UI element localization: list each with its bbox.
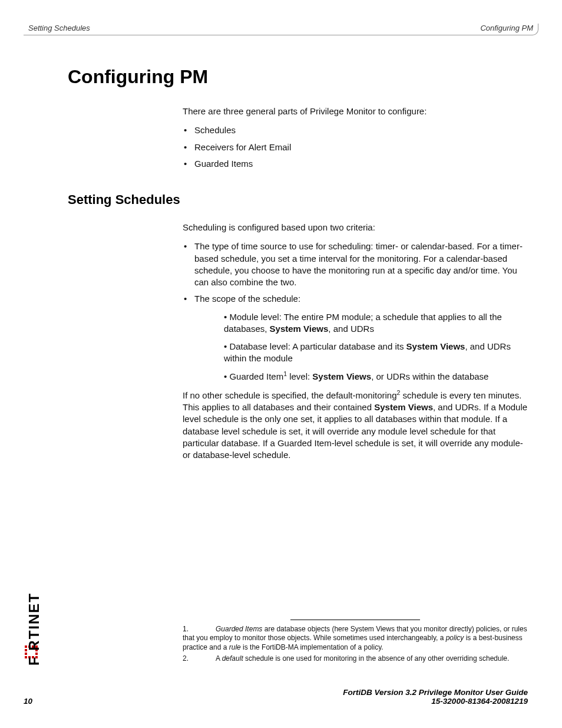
bullet-receivers: Receivers for Alert Email: [183, 141, 528, 153]
running-header: Setting Schedules Configuring PM: [24, 24, 538, 35]
t: If no other schedule is specified, the d…: [183, 390, 397, 400]
header-left: Setting Schedules: [28, 24, 90, 32]
footer-title: FortiDB Version 3.2 Privilege Monitor Us…: [343, 688, 528, 697]
t: default: [222, 654, 243, 663]
fn-num: 2.: [183, 654, 216, 664]
t: System Views: [312, 371, 371, 381]
t: System Views: [270, 324, 329, 334]
scope-module: • Module level: The entire PM module; a …: [224, 311, 528, 335]
page-number: 10: [24, 697, 32, 706]
t: Guarded Items: [216, 625, 262, 633]
logo-text: F RTINET: [26, 592, 42, 666]
t: policy: [446, 634, 464, 642]
intro-block: There are three general parts of Privile…: [183, 106, 528, 170]
t: is the FortiDB-MA implementation of a po…: [241, 643, 384, 651]
scope-sublist: • Module level: The entire PM module; a …: [224, 311, 528, 383]
bullet-guarded: Guarded Items: [183, 158, 528, 170]
override-paragraph: If no other schedule is specified, the d…: [183, 390, 528, 462]
sched-block: Scheduling is configured based upon two …: [183, 222, 528, 461]
heading-2: Setting Schedules: [68, 192, 528, 207]
intro-bullets: Schedules Receivers for Alert Email Guar…: [183, 124, 528, 170]
heading-1: Configuring PM: [68, 66, 528, 88]
footer-docid: 15-32000-81364-20081219: [343, 697, 528, 706]
main-content: Configuring PM There are three general p…: [68, 59, 528, 468]
footnote-2: 2.A default schedule is one used for mon…: [183, 654, 528, 664]
fn-num: 1.: [183, 625, 216, 634]
t: , or UDRs within the database: [371, 371, 488, 381]
fortinet-logo: F RTINET: [24, 557, 39, 669]
page: Setting Schedules Configuring PM Configu…: [0, 0, 562, 728]
intro-text: There are three general parts of Privile…: [183, 106, 528, 117]
t: System Views: [406, 341, 465, 351]
t: System Views: [374, 402, 433, 412]
t: A: [216, 654, 222, 663]
footnotes: 1.Guarded Items are database objects (he…: [183, 620, 528, 666]
sched-intro: Scheduling is configured based upon two …: [183, 222, 528, 233]
sched-bullet-scope: The scope of the schedule: • Module leve…: [183, 293, 528, 383]
footnote-separator: [290, 620, 420, 620]
header-right: Configuring PM: [480, 24, 533, 32]
t: • Database level: A particular database …: [224, 341, 406, 351]
scope-database: • Database level: A particular database …: [224, 341, 528, 365]
sched-bullets: The type of time source to use for sched…: [183, 241, 528, 383]
t: rule: [229, 643, 241, 651]
footer: 10 FortiDB Version 3.2 Privilege Monitor…: [24, 688, 528, 706]
t: • Guarded Item: [224, 371, 283, 381]
t: level:: [287, 371, 312, 381]
t: , and UDRs: [328, 324, 374, 334]
bullet-schedules: Schedules: [183, 124, 528, 136]
scope-guarded: • Guarded Item1 level: System Views, or …: [224, 371, 528, 383]
t: schedule is one used for monitoring in t…: [243, 654, 510, 663]
scope-label: The scope of the schedule:: [194, 294, 300, 304]
footnote-1: 1.Guarded Items are database objects (he…: [183, 625, 528, 653]
footer-right: FortiDB Version 3.2 Privilege Monitor Us…: [343, 688, 528, 706]
sched-bullet-time: The type of time source to use for sched…: [183, 241, 528, 288]
